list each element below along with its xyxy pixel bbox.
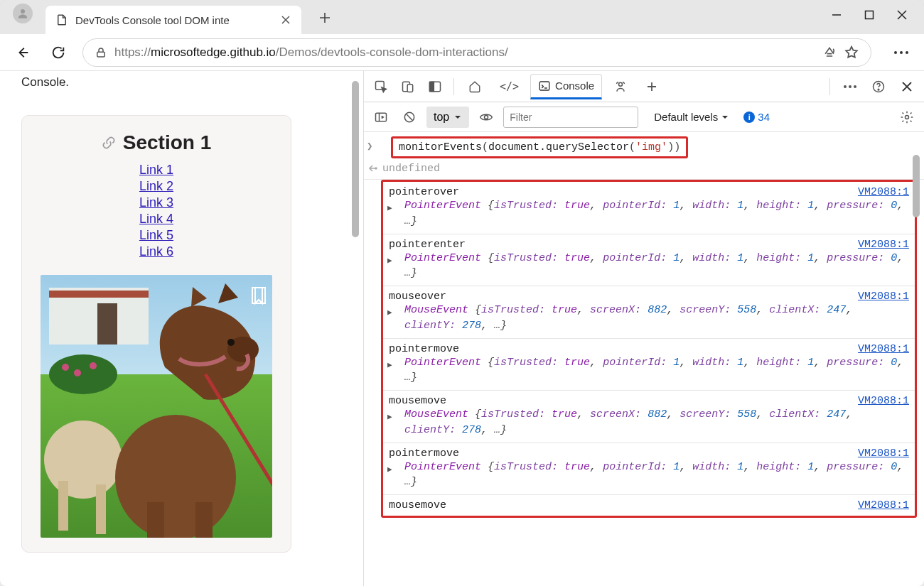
source-link[interactable]: VM2088:1 [858,447,909,460]
maximize-button[interactable] [853,3,886,27]
more-tabs-button[interactable] [639,74,665,99]
console-toolbar: top Default levels i 34 [364,102,924,132]
toggle-sidebar-icon[interactable] [370,106,392,129]
console-log-entry[interactable]: mouseoverVM2088:1▶MouseEvent {isTrusted:… [383,286,915,338]
expand-icon[interactable]: ▶ [387,308,392,317]
expand-icon[interactable]: ▶ [387,256,392,265]
expand-icon[interactable]: ▶ [387,360,392,369]
links-list: Link 1Link 2Link 3Link 4Link 5Link 6 [35,163,278,259]
svg-point-5 [906,51,908,54]
svg-rect-10 [97,303,117,344]
read-aloud-icon[interactable] [822,45,837,60]
filter-input[interactable] [503,107,638,128]
svg-rect-2 [97,52,105,57]
webpage-panel: Console. Section 1 Link 1Link 2Link 3Lin… [0,71,364,586]
svg-point-22 [227,339,235,346]
section-link[interactable]: Link 5 [35,228,278,243]
log-levels-selector[interactable]: Default levels [654,111,729,123]
return-value-row: undefined [364,158,924,180]
section-link[interactable]: Link 3 [35,195,278,210]
devtools-more-icon[interactable] [839,75,861,98]
close-window-button[interactable] [886,3,918,27]
clear-console-icon[interactable] [398,106,421,129]
message-count-badge[interactable]: i 34 [743,111,770,123]
browser-toolbar: https://microsoftedge.github.io/Demos/de… [0,34,924,71]
page-icon [55,13,68,26]
svg-point-15 [44,420,122,499]
device-emulation-icon[interactable] [397,75,419,98]
inspect-element-icon[interactable] [370,75,392,98]
devtools-tabbar: </> Console [364,71,924,102]
page-scrollbar[interactable] [350,74,360,583]
welcome-tab[interactable] [461,74,488,99]
source-link[interactable]: VM2088:1 [858,395,909,407]
tab-close-icon[interactable] [280,14,291,26]
svg-point-13 [74,369,81,376]
console-command-text: monitorEvents(document.querySelector('im… [399,141,680,153]
browser-tab[interactable]: DevTools Console tool DOM inte [45,6,301,34]
help-icon[interactable] [867,75,890,98]
intro-text: Console. [21,75,342,89]
console-command-highlight: monitorEvents(document.querySelector('im… [391,136,688,158]
svg-rect-36 [376,113,387,121]
favorite-icon[interactable] [844,45,859,60]
console-tab[interactable]: Console [530,74,602,99]
live-expression-icon[interactable] [475,106,498,129]
profile-avatar[interactable] [13,4,33,23]
console-log-entry[interactable]: mousemoveVM2088:1 [383,494,915,516]
context-selector[interactable]: top [426,107,469,128]
source-link[interactable]: VM2088:1 [858,343,909,355]
svg-point-39 [906,115,909,119]
svg-point-32 [849,85,852,88]
console-log-entry[interactable]: pointermoveVM2088:1▶PointerEvent {isTrus… [383,338,915,391]
dock-side-icon[interactable] [424,75,446,98]
svg-rect-29 [539,82,549,90]
demo-image[interactable] [41,275,272,538]
section-link[interactable]: Link 1 [35,163,278,178]
section-link[interactable]: Link 6 [35,244,278,259]
svg-point-11 [49,354,117,394]
console-settings-icon[interactable] [896,106,918,129]
section-link[interactable]: Link 2 [35,179,278,194]
svg-point-18 [115,415,236,538]
source-link[interactable]: VM2088:1 [858,239,909,251]
new-tab-button[interactable] [313,6,337,30]
svg-rect-28 [430,82,434,91]
devtools-panel: </> Console top [364,71,924,586]
refresh-button[interactable] [47,41,70,64]
console-scrollbar[interactable] [911,135,921,583]
console-input-row: ❯ monitorEvents(document.querySelector('… [364,132,924,158]
settings-menu-button[interactable] [890,41,913,64]
address-bar[interactable]: https://microsoftedge.github.io/Demos/de… [82,38,871,67]
svg-rect-17 [96,484,106,534]
console-log-entry[interactable]: pointermoveVM2088:1▶PointerEvent {isTrus… [383,443,915,495]
svg-rect-26 [407,84,413,92]
section-card: Section 1 Link 1Link 2Link 3Link 4Link 5… [21,115,291,553]
console-log-entry[interactable]: pointerenterVM2088:1▶PointerEvent {isTru… [383,234,915,286]
source-link[interactable]: VM2088:1 [858,291,909,303]
lock-icon [95,46,107,59]
console-log-entry[interactable]: mousemoveVM2088:1▶MouseEvent {isTrusted:… [383,390,915,443]
section-link[interactable]: Link 4 [35,212,278,227]
console-log-entry[interactable]: pointeroverVM2088:1▶PointerEvent {isTrus… [383,182,915,234]
anchor-icon[interactable] [102,136,116,150]
svg-point-38 [485,115,488,119]
devtools-close-icon[interactable] [896,75,918,98]
window-controls [820,0,924,27]
svg-point-30 [619,82,623,86]
section-title: Section 1 [35,131,278,154]
expand-icon[interactable]: ▶ [387,412,392,421]
elements-tab[interactable]: </> [493,74,526,99]
url-text: https://microsoftedge.github.io/Demos/de… [114,45,815,60]
expand-icon[interactable]: ▶ [387,465,392,474]
minimize-button[interactable] [820,3,853,27]
sources-tab[interactable] [606,74,635,99]
source-link[interactable]: VM2088:1 [858,186,909,198]
back-button[interactable] [11,41,34,64]
svg-rect-1 [866,11,874,19]
tab-title: DevTools Console tool DOM inte [75,14,230,26]
source-link[interactable]: VM2088:1 [858,499,909,511]
svg-rect-19 [147,502,164,538]
expand-icon[interactable]: ▶ [387,203,392,212]
titlebar: DevTools Console tool DOM inte [0,0,924,34]
